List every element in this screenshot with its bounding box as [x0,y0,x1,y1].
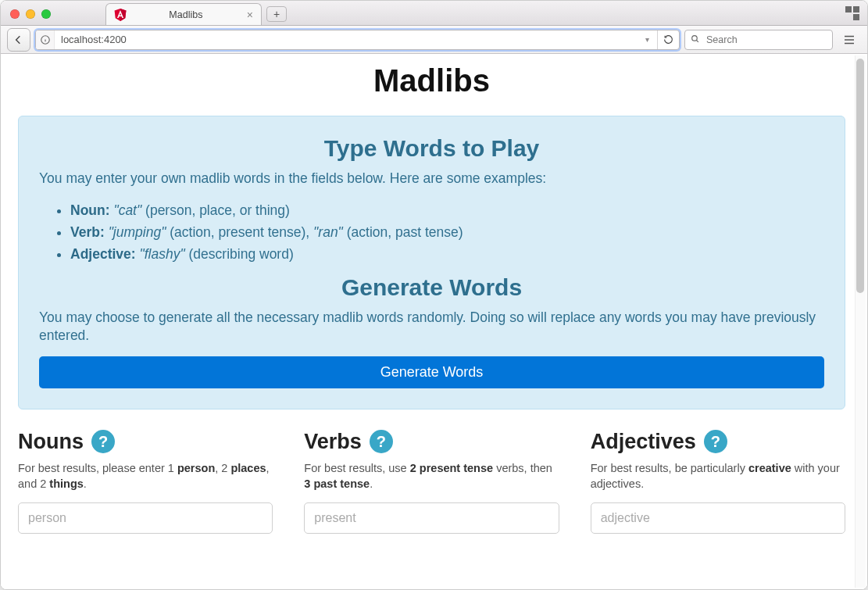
example-list: Noun: "cat" (person, place, or thing) Ve… [39,199,824,265]
page-viewport: Madlibs Type Words to Play You may enter… [1,54,867,589]
generate-words-button[interactable]: Generate Words [39,356,824,388]
url-history-dropdown-icon[interactable]: ▾ [637,35,657,44]
angular-favicon-icon [114,9,127,21]
example-adjective: Adjective: "flashy" (describing word) [70,243,824,265]
window-traffic-lights [1,9,51,25]
word-columns: Nouns ? For best results, please enter 1… [18,430,845,535]
verbs-column: Verbs ? For best results, use 2 present … [304,430,559,535]
nouns-hint: For best results, please enter 1 person,… [18,460,273,492]
panel-intro-text: You may enter your own madlib words in t… [39,170,824,188]
zoom-window-button[interactable] [41,9,51,19]
tab-title: Madlibs [133,9,239,20]
browser-search-bar[interactable] [684,30,833,50]
panel-heading-type: Type Words to Play [39,135,824,162]
panel-heading-generate: Generate Words [39,274,824,301]
verbs-heading: Verbs [304,430,362,454]
url-input[interactable] [55,30,637,49]
reload-button[interactable] [657,30,679,49]
window-titlebar: Madlibs × + [1,1,867,26]
browser-toolbar: ▾ [1,26,867,54]
example-verb: Verb: "jumping" (action, present tense),… [70,221,824,243]
nouns-heading: Nouns [18,430,84,454]
verb-input[interactable] [304,502,559,534]
example-noun: Noun: "cat" (person, place, or thing) [70,199,824,221]
browser-tab[interactable]: Madlibs × [105,3,262,25]
tab-strip: Madlibs × + [105,3,287,25]
scrollbar-track[interactable] [855,55,866,588]
adjectives-column: Adjectives ? For best results, be partic… [591,430,845,535]
svg-line-6 [696,40,698,41]
new-tab-button[interactable]: + [266,6,287,22]
close-tab-button[interactable]: × [245,9,255,20]
page-title: Madlibs [18,63,845,98]
browser-window: Madlibs × + ▾ [0,0,868,590]
intro-panel: Type Words to Play You may enter your ow… [18,116,845,409]
site-info-icon[interactable] [36,30,55,49]
nouns-column: Nouns ? For best results, please enter 1… [18,430,273,535]
adjectives-hint: For best results, be particularly creati… [591,460,845,492]
adjective-input[interactable] [591,502,845,534]
search-icon [690,33,700,47]
noun-input[interactable] [18,502,273,534]
adjectives-help-icon[interactable]: ? [704,430,727,453]
address-bar[interactable]: ▾ [35,30,680,50]
svg-point-5 [692,35,698,41]
verbs-hint: For best results, use 2 present tense ve… [304,460,559,492]
nav-back-button[interactable] [7,28,30,52]
scrollbar-thumb[interactable] [856,59,864,293]
minimize-window-button[interactable] [26,9,35,19]
search-input[interactable] [705,34,830,46]
nouns-help-icon[interactable]: ? [91,430,115,453]
adjectives-heading: Adjectives [591,430,696,454]
close-window-button[interactable] [10,9,20,19]
verbs-help-icon[interactable]: ? [370,430,393,453]
menu-button[interactable] [838,29,861,51]
panel-generate-text: You may choose to generate all the neces… [39,309,824,345]
titlebar-tiles-icon[interactable] [845,6,859,20]
